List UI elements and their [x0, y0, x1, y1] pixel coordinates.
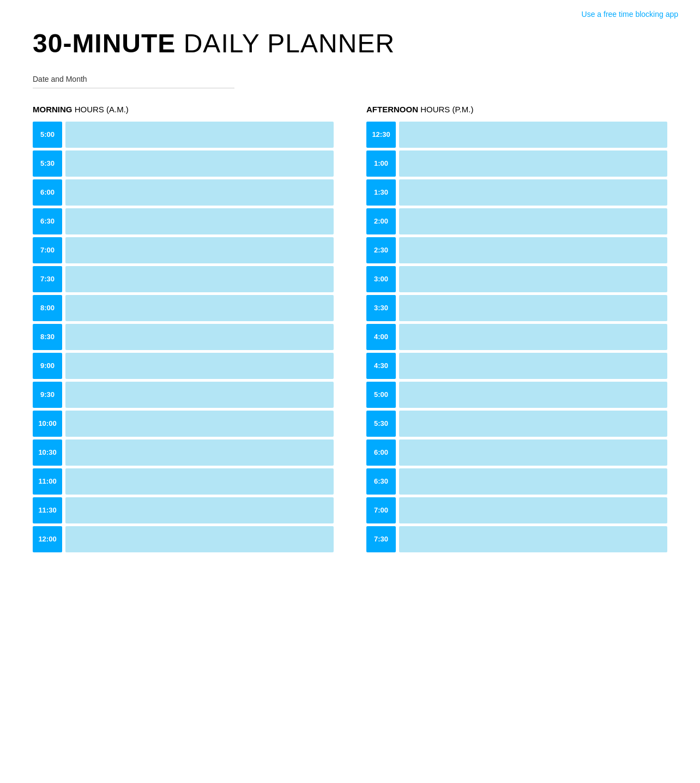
time-badge: 4:00 [366, 324, 396, 350]
time-input-block[interactable] [65, 382, 334, 408]
time-input-block[interactable] [65, 468, 334, 495]
time-input-block[interactable] [65, 497, 334, 523]
time-badge: 5:00 [33, 122, 62, 148]
time-input-block[interactable] [399, 411, 667, 437]
time-input-block[interactable] [65, 411, 334, 437]
time-input-block[interactable] [399, 266, 667, 292]
table-row[interactable]: 6:00 [33, 179, 334, 206]
time-input-block[interactable] [399, 526, 667, 552]
table-row[interactable]: 7:30 [33, 266, 334, 292]
time-badge: 7:30 [366, 526, 396, 552]
table-row[interactable]: 7:30 [366, 526, 667, 552]
table-row[interactable]: 9:30 [33, 382, 334, 408]
time-badge: 1:00 [366, 150, 396, 177]
time-badge: 3:00 [366, 266, 396, 292]
table-row[interactable]: 7:00 [366, 497, 667, 523]
page-title: 30-MINUTE DAILY PLANNER [33, 29, 667, 58]
time-input-block[interactable] [65, 526, 334, 552]
afternoon-rows: 12:301:001:302:002:303:003:304:004:305:0… [366, 122, 667, 552]
time-input-block[interactable] [65, 237, 334, 263]
time-badge: 8:00 [33, 295, 62, 321]
afternoon-header-rest: HOURS (P.M.) [418, 105, 473, 114]
table-row[interactable]: 3:30 [366, 295, 667, 321]
time-badge: 1:30 [366, 179, 396, 206]
time-input-block[interactable] [399, 439, 667, 466]
time-input-block[interactable] [65, 353, 334, 379]
time-input-block[interactable] [65, 208, 334, 234]
time-input-block[interactable] [65, 150, 334, 177]
time-input-block[interactable] [399, 324, 667, 350]
table-row[interactable]: 2:30 [366, 237, 667, 263]
time-input-block[interactable] [65, 295, 334, 321]
table-row[interactable]: 2:00 [366, 208, 667, 234]
table-row[interactable]: 11:00 [33, 468, 334, 495]
morning-column: MORNING HOURS (A.M.) 5:005:306:006:307:0… [33, 105, 334, 555]
table-row[interactable]: 12:30 [366, 122, 667, 148]
table-row[interactable]: 10:00 [33, 411, 334, 437]
table-row[interactable]: 11:30 [33, 497, 334, 523]
time-input-block[interactable] [399, 237, 667, 263]
time-blocking-app-link[interactable]: Use a free time blocking app [582, 10, 678, 19]
time-badge: 11:30 [33, 497, 62, 523]
time-badge: 5:30 [366, 411, 396, 437]
table-row[interactable]: 4:00 [366, 324, 667, 350]
morning-rows: 5:005:306:006:307:007:308:008:309:009:30… [33, 122, 334, 552]
planner-body: MORNING HOURS (A.M.) 5:005:306:006:307:0… [0, 88, 700, 577]
date-label: Date and Month [33, 75, 667, 83]
time-input-block[interactable] [65, 122, 334, 148]
time-badge: 3:30 [366, 295, 396, 321]
table-row[interactable]: 5:00 [33, 122, 334, 148]
time-input-block[interactable] [399, 150, 667, 177]
table-row[interactable]: 1:30 [366, 179, 667, 206]
time-input-block[interactable] [399, 382, 667, 408]
morning-header-bold: MORNING [33, 105, 73, 114]
table-row[interactable]: 12:00 [33, 526, 334, 552]
time-input-block[interactable] [399, 468, 667, 495]
time-input-block[interactable] [399, 208, 667, 234]
table-row[interactable]: 6:30 [366, 468, 667, 495]
time-badge: 2:30 [366, 237, 396, 263]
time-input-block[interactable] [399, 122, 667, 148]
time-input-block[interactable] [399, 295, 667, 321]
table-row[interactable]: 6:00 [366, 439, 667, 466]
time-input-block[interactable] [65, 266, 334, 292]
table-row[interactable]: 1:00 [366, 150, 667, 177]
time-badge: 6:00 [366, 439, 396, 466]
table-row[interactable]: 9:00 [33, 353, 334, 379]
time-badge: 6:00 [33, 179, 62, 206]
table-row[interactable]: 6:30 [33, 208, 334, 234]
afternoon-header: AFTERNOON HOURS (P.M.) [366, 105, 667, 114]
time-badge: 4:30 [366, 353, 396, 379]
time-badge: 6:30 [33, 208, 62, 234]
time-badge: 10:30 [33, 439, 62, 466]
time-input-block[interactable] [65, 439, 334, 466]
afternoon-header-bold: AFTERNOON [366, 105, 418, 114]
table-row[interactable]: 8:00 [33, 295, 334, 321]
table-row[interactable]: 7:00 [33, 237, 334, 263]
table-row[interactable]: 5:00 [366, 382, 667, 408]
time-badge: 10:00 [33, 411, 62, 437]
table-row[interactable]: 5:30 [366, 411, 667, 437]
table-row[interactable]: 8:30 [33, 324, 334, 350]
time-badge: 8:30 [33, 324, 62, 350]
morning-header-rest: HOURS (A.M.) [73, 105, 129, 114]
table-row[interactable]: 5:30 [33, 150, 334, 177]
title-rest: DAILY PLANNER [176, 29, 395, 58]
morning-header: MORNING HOURS (A.M.) [33, 105, 334, 114]
time-badge: 6:30 [366, 468, 396, 495]
table-row[interactable]: 10:30 [33, 439, 334, 466]
time-input-block[interactable] [65, 324, 334, 350]
time-badge: 9:00 [33, 353, 62, 379]
table-row[interactable]: 3:00 [366, 266, 667, 292]
time-badge: 7:30 [33, 266, 62, 292]
time-badge: 12:30 [366, 122, 396, 148]
time-input-block[interactable] [399, 179, 667, 206]
time-input-block[interactable] [399, 353, 667, 379]
time-badge: 7:00 [366, 497, 396, 523]
time-badge: 11:00 [33, 468, 62, 495]
time-input-block[interactable] [65, 179, 334, 206]
time-input-block[interactable] [399, 497, 667, 523]
time-badge: 2:00 [366, 208, 396, 234]
table-row[interactable]: 4:30 [366, 353, 667, 379]
time-badge: 9:30 [33, 382, 62, 408]
